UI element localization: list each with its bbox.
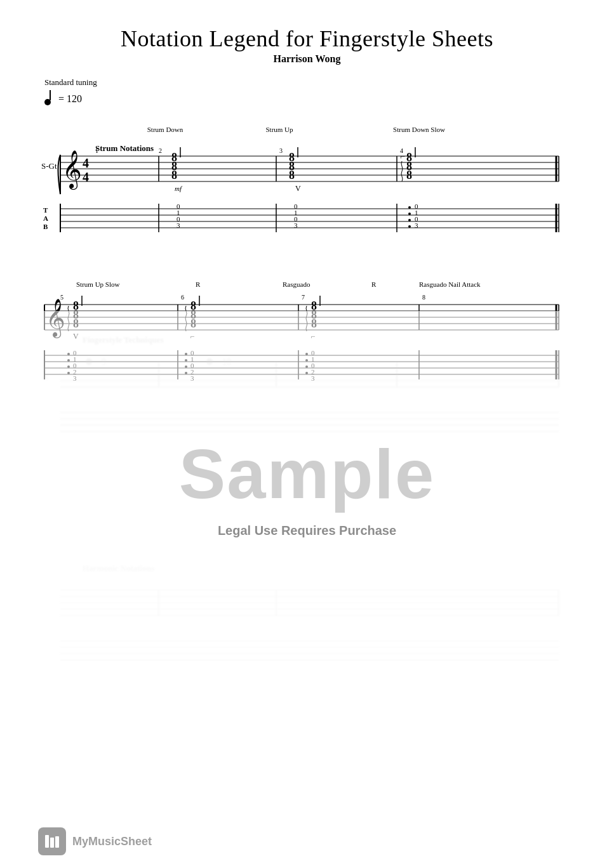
svg-text:A: A: [43, 214, 48, 222]
mymusicsheet-logo-icon: [38, 827, 66, 855]
watermark-overlay: Sample Legal Use Requires Purchase: [0, 311, 614, 660]
svg-text:V: V: [295, 184, 301, 193]
svg-text:3: 3: [415, 221, 418, 229]
svg-point-64: [408, 213, 411, 215]
svg-text:Strum Up: Strum Up: [265, 126, 293, 133]
tempo-value: = 120: [58, 93, 82, 105]
svg-point-63: [408, 206, 411, 209]
author-name: Harrison Wong: [38, 53, 576, 65]
svg-text:T: T: [43, 206, 48, 214]
svg-rect-177: [50, 838, 54, 848]
svg-point-66: [408, 225, 411, 228]
svg-point-65: [408, 219, 411, 221]
svg-text:R: R: [371, 280, 377, 288]
page-title: Notation Legend for Fingerstyle Sheets: [38, 25, 576, 52]
staff-row1-svg: Strum Down Strum Up Strum Down Slow Stru…: [38, 118, 576, 264]
logo-svg: [43, 832, 61, 850]
mymusicsheet-logo-text: MyMusicSheet: [72, 835, 152, 848]
svg-text:3: 3: [279, 147, 283, 154]
svg-text:8: 8: [171, 169, 177, 181]
tempo-note-icon: [44, 93, 55, 105]
svg-text:8: 8: [289, 169, 295, 181]
svg-text:2: 2: [159, 147, 162, 154]
svg-text:R: R: [196, 280, 201, 288]
svg-text:⌐: ⌐: [400, 152, 405, 161]
svg-text:mf: mf: [175, 185, 183, 192]
tuning-info: Standard tuning: [44, 77, 576, 88]
svg-text:4: 4: [83, 156, 89, 170]
footer-logo: MyMusicSheet: [38, 827, 152, 855]
svg-text:3: 3: [294, 221, 298, 229]
svg-rect-178: [55, 836, 59, 848]
svg-text:B: B: [43, 223, 48, 230]
svg-text:8: 8: [422, 294, 425, 301]
svg-text:𝄞: 𝄞: [62, 150, 82, 190]
svg-text:4: 4: [83, 170, 89, 184]
svg-text:S-Gt: S-Gt: [41, 161, 57, 171]
svg-rect-176: [45, 835, 49, 848]
sample-watermark-text: Sample: [179, 433, 435, 514]
legal-use-text: Legal Use Requires Purchase: [218, 523, 396, 538]
svg-text:Rasguado: Rasguado: [283, 280, 310, 288]
svg-text:Strum Notations: Strum Notations: [95, 143, 154, 153]
page-container: Notation Legend for Fingerstyle Sheets H…: [0, 0, 614, 868]
svg-text:1: 1: [95, 147, 98, 154]
footer: MyMusicSheet: [0, 827, 614, 855]
svg-text:7: 7: [302, 294, 305, 301]
svg-text:6: 6: [181, 294, 184, 301]
svg-text:Strum Down: Strum Down: [147, 126, 184, 133]
svg-text:Rasguado Nail Attack: Rasguado Nail Attack: [419, 280, 481, 288]
title-section: Notation Legend for Fingerstyle Sheets H…: [38, 25, 576, 65]
tempo-info: = 120: [44, 93, 576, 105]
svg-text:3: 3: [177, 221, 180, 229]
svg-text:Strum Up Slow: Strum Up Slow: [76, 280, 120, 288]
svg-text:8: 8: [406, 169, 412, 181]
svg-text:Strum Down Slow: Strum Down Slow: [393, 126, 445, 133]
